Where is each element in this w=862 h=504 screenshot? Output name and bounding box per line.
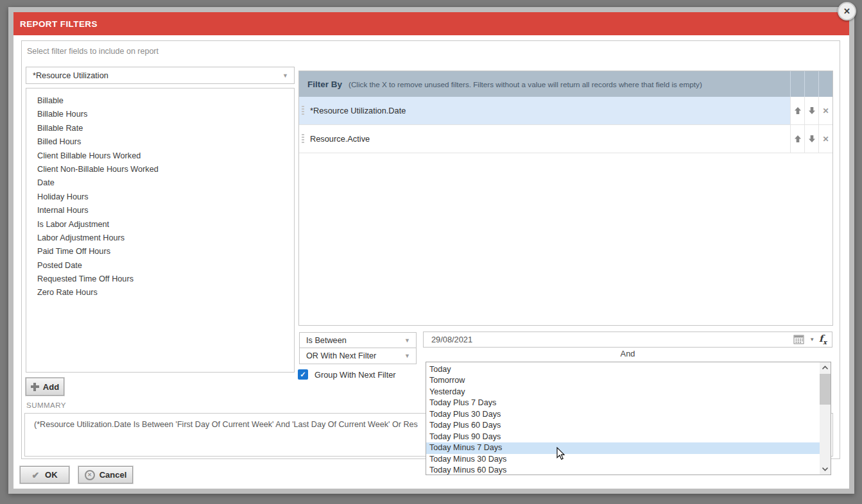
move-down-button[interactable] [804,97,818,124]
field-item[interactable]: Posted Date [26,259,294,273]
close-button[interactable]: ✕ [838,2,856,21]
move-up-button[interactable] [790,125,804,153]
combine-dropdown-value: OR With Next Filter [306,351,376,360]
date-option[interactable]: Today Plus 30 Days [426,409,831,420]
remove-x-icon: ✕ [822,135,829,144]
ok-button[interactable]: ✔ OK [20,466,69,483]
date-value-input[interactable]: 29/08/2021 ▼ fx [423,332,832,348]
header-cell-up [790,71,804,97]
chevron-down-icon: ▼ [404,337,410,344]
field-item[interactable]: Client Billable Hours Worked [26,149,294,163]
scroll-down-icon [822,467,829,471]
chevron-down-icon: ▼ [404,353,410,359]
drag-handle-icon[interactable] [302,106,304,116]
field-item[interactable]: Labor Adjustment Hours [26,231,294,245]
arrow-up-icon [794,106,802,115]
date-option[interactable]: Today Minus 7 Days [426,442,831,453]
remove-filter-button[interactable]: ✕ [818,125,832,153]
filter-row[interactable]: Resource.Active ✕ [299,125,832,153]
scrollbar-track[interactable] [820,362,831,475]
dialog-title: REPORT FILTERS [20,19,98,29]
report-filters-dialog: REPORT FILTERS ✕ Select filter fields to… [8,7,854,494]
field-item[interactable]: Billed Hours [26,135,294,149]
date-option[interactable]: Today Plus 7 Days [426,398,831,408]
cancel-button-label: Cancel [99,470,127,480]
instruction-text: Select filter fields to include on repor… [27,47,159,56]
dialog-body: Select filter fields to include on repor… [13,35,849,489]
header-cell-down [804,71,818,97]
filter-by-hint: (Click the X to remove unused filters. F… [349,80,702,88]
plus-icon [31,383,39,391]
checkbox-checked-icon[interactable]: ✓ [298,369,308,380]
remove-filter-button[interactable]: ✕ [818,97,832,124]
field-item[interactable]: Client Non-Billable Hours Worked [26,163,294,176]
filter-row-label: Resource.Active [310,134,370,144]
header-cell-remove [818,71,832,97]
group-with-next-filter-checkbox[interactable]: ✓ Group With Next Filter [298,369,396,380]
date-option[interactable]: Today Minus 30 Days [426,454,831,465]
cancel-circle-x-icon: ✕ [85,470,95,480]
date-option[interactable]: Today Minus 60 Days [426,465,831,475]
date-option[interactable]: Yesterday [426,387,831,398]
cancel-button[interactable]: ✕ Cancel [78,466,133,483]
filter-rows: *Resource Utilization.Date ✕ [299,97,832,153]
move-up-button[interactable] [790,97,804,124]
field-list: Billable Billable Hours Billable Rate Bi… [26,88,295,373]
operator-dropdown[interactable]: Is Between ▼ [299,332,417,348]
combine-dropdown[interactable]: OR With Next Filter ▼ [299,348,417,364]
date-option[interactable]: Today Plus 90 Days [426,432,831,442]
field-item[interactable]: Internal Hours [26,204,294,217]
ok-button-label: OK [45,470,58,480]
filter-table-header: Filter By (Click the X to remove unused … [299,71,832,97]
date-value: 29/08/2021 [431,335,472,344]
date-options-list: Today Tomorrow Yesterday Today Plus 7 Da… [426,362,831,475]
move-down-button[interactable] [804,125,818,153]
category-dropdown[interactable]: *Resource Utilization ▼ [26,67,295,84]
filter-table: Filter By (Click the X to remove unused … [298,71,833,326]
summary-label: SUMMARY [26,401,66,409]
summary-text: (*Resource Utilization.Date Is Between '… [34,420,418,429]
scrollbar-thumb[interactable] [820,374,831,405]
scrollbar-down-button[interactable] [820,464,831,475]
remove-x-icon: ✕ [822,106,829,115]
field-item[interactable]: Is Labor Adjustment [26,218,294,231]
date-option[interactable]: Tomorrow [426,375,831,386]
add-button[interactable]: Add [26,378,64,396]
filter-row-label: *Resource Utilization.Date [310,106,406,115]
date-option[interactable]: Today [426,364,831,375]
dialog-titlebar: REPORT FILTERS [13,12,849,35]
field-item[interactable]: Billable Hours [26,108,294,121]
filter-by-title: Filter By [307,80,342,89]
category-dropdown-value: *Resource Utilization [33,71,108,80]
chevron-down-icon: ▼ [282,72,288,79]
scrollbar-up-button[interactable] [820,362,831,373]
field-item[interactable]: Zero Rate Hours [26,286,294,299]
check-icon: ✔ [31,470,39,480]
screen: REPORT FILTERS ✕ Select filter fields to… [0,0,862,504]
field-item[interactable]: Billable Rate [26,122,294,135]
formula-fx-icon[interactable]: fx [819,334,827,345]
field-item[interactable]: Billable [26,94,294,108]
mouse-cursor [556,447,565,463]
date-option[interactable]: Today Plus 60 Days [426,420,831,431]
field-item[interactable]: Holiday Hours [26,190,294,204]
arrow-up-icon [794,135,802,143]
scroll-up-icon [822,365,829,370]
add-button-label: Add [43,382,59,392]
field-item[interactable]: Date [26,176,294,190]
operator-dropdown-value: Is Between [306,336,347,345]
drag-handle-icon[interactable] [302,134,304,144]
and-label: And [423,349,832,358]
field-item[interactable]: Paid Time Off Hours [26,245,294,258]
checkmark-icon: ✓ [300,370,306,379]
close-icon: ✕ [843,6,850,16]
group-checkbox-label: Group With Next Filter [315,370,396,380]
arrow-down-icon [808,106,816,115]
arrow-down-icon [808,135,816,143]
chevron-down-icon[interactable]: ▼ [809,337,815,342]
filter-row[interactable]: *Resource Utilization.Date ✕ [299,97,832,125]
field-item[interactable]: Requested Time Off Hours [26,273,294,286]
calendar-icon[interactable] [793,334,804,344]
